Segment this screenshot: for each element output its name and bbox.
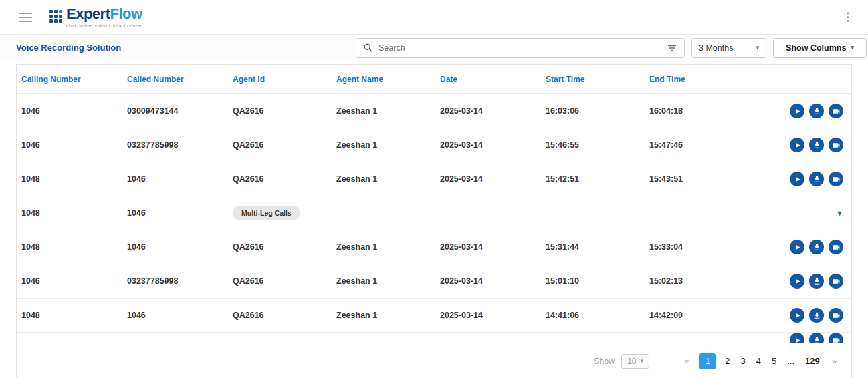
table-row[interactable]: 1048 1046 QA2616 Zeeshan 1 2025-03-14 14… <box>17 299 851 333</box>
table-row[interactable]: ▼ <box>17 333 851 343</box>
cell-date: 2025-03-14 <box>435 106 541 116</box>
cell-actions: ▼ <box>772 264 851 298</box>
video-button[interactable] <box>829 138 843 152</box>
table-row[interactable]: 1046 03009473144 QA2616 Zeeshan 1 2025-0… <box>17 94 851 128</box>
pagination-prev[interactable]: « <box>684 356 689 366</box>
play-button[interactable] <box>790 138 804 152</box>
download-button[interactable] <box>809 308 824 323</box>
col-called-number: Called Number <box>122 75 228 84</box>
show-columns-label: Show Columns <box>786 43 846 53</box>
play-icon <box>793 243 802 252</box>
download-icon <box>812 141 821 150</box>
download-button[interactable] <box>809 138 824 152</box>
play-button[interactable] <box>790 333 804 343</box>
cell-agent-id: QA2616 <box>228 106 332 116</box>
cell-end-time: 14:42:00 <box>645 311 772 320</box>
agent-id-text: QA2616 <box>233 242 264 252</box>
pagination-page[interactable]: 5 <box>772 356 776 366</box>
recordings-table: Calling Number Called Number Agent Id Ag… <box>16 64 852 378</box>
pagination-next[interactable]: » <box>832 356 837 366</box>
logo-text: ExpertFlow <box>66 7 142 21</box>
period-dropdown-value: 3 Months <box>699 43 733 53</box>
table-row[interactable]: 1048 1046 QA2616 Zeeshan 1 2025-03-14 15… <box>17 230 851 264</box>
cell-start-time: 15:01:10 <box>541 276 645 286</box>
table-row[interactable]: 1046 03237785998 QA2616 Zeeshan 1 2025-0… <box>17 264 851 299</box>
play-button[interactable] <box>790 172 804 186</box>
period-dropdown[interactable]: 3 Months ▾ <box>691 38 766 58</box>
page-size-select[interactable]: 10 ▾ <box>621 354 649 369</box>
video-button[interactable] <box>829 333 843 343</box>
download-button[interactable] <box>809 274 824 289</box>
play-button[interactable] <box>790 274 804 289</box>
col-calling-number: Calling Number <box>17 75 122 84</box>
hamburger-menu-icon[interactable] <box>19 13 32 22</box>
pagination-page[interactable]: 2 <box>725 356 730 366</box>
video-button[interactable] <box>829 104 843 118</box>
cell-calling-number: 1048 <box>17 208 122 218</box>
pagination-page[interactable]: 129 <box>805 356 820 366</box>
col-agent-name: Agent Name <box>332 75 435 84</box>
video-button[interactable] <box>829 240 843 254</box>
row-actions <box>790 172 843 186</box>
toolbar: Voice Recording Solution 3 Months ▾ Show… <box>0 35 868 61</box>
cell-date: 2025-03-14 <box>435 174 541 184</box>
expand-chevron-icon[interactable]: ▼ <box>836 210 843 217</box>
play-icon <box>793 277 802 286</box>
video-icon <box>832 311 841 320</box>
pagination-page[interactable]: 3 <box>741 356 746 366</box>
video-icon <box>832 277 841 286</box>
cell-actions: ▼ <box>772 333 851 343</box>
search-box[interactable] <box>356 38 685 58</box>
play-button[interactable] <box>790 240 804 254</box>
row-actions <box>790 308 843 323</box>
table-row[interactable]: 1046 03237785998 QA2616 Zeeshan 1 2025-0… <box>17 128 851 162</box>
pagination-page[interactable]: 1 <box>699 353 716 369</box>
top-bar: ExpertFlow chat, voice, video contact ce… <box>0 0 868 35</box>
search-input[interactable] <box>378 43 661 53</box>
play-button[interactable] <box>790 308 804 323</box>
cell-called-number: 1046 <box>122 208 228 218</box>
table-row[interactable]: 1048 1046 Multi-Leg Calls <box>17 196 851 230</box>
chevron-down-icon: ▾ <box>756 45 759 51</box>
download-icon <box>812 311 821 320</box>
page-size-value: 10 <box>627 357 636 366</box>
agent-id-text: QA2616 <box>233 276 264 286</box>
col-start-time: Start Time <box>541 75 645 84</box>
table-row[interactable]: 1048 1046 QA2616 Zeeshan 1 2025-03-14 15… <box>17 162 851 196</box>
filter-icon[interactable] <box>667 43 677 53</box>
download-button[interactable] <box>809 333 824 343</box>
cell-actions: ▼ <box>772 94 851 128</box>
cell-agent-name: Zeeshan 1 <box>332 174 435 184</box>
expertflow-logo: ExpertFlow chat, voice, video contact ce… <box>49 7 142 28</box>
video-button[interactable] <box>829 308 843 323</box>
cell-called-number: 03237785998 <box>122 140 228 150</box>
col-agent-id: Agent Id <box>228 75 332 84</box>
cell-end-time: 15:02:13 <box>645 276 772 286</box>
cell-start-time: 14:41:06 <box>541 311 645 320</box>
video-button[interactable] <box>829 172 843 186</box>
cell-start-time: 15:31:44 <box>541 242 645 252</box>
download-button[interactable] <box>809 104 824 118</box>
cell-actions: ▼ <box>772 299 851 332</box>
play-button[interactable] <box>790 104 804 118</box>
row-actions <box>790 104 843 118</box>
show-columns-button[interactable]: Show Columns ▾ <box>773 38 867 58</box>
download-button[interactable] <box>809 240 824 254</box>
cell-actions: ▼ <box>772 162 851 196</box>
cell-date: 2025-03-14 <box>435 140 541 150</box>
cell-start-time: 16:03:06 <box>541 106 645 116</box>
video-button[interactable] <box>829 274 843 289</box>
cell-start-time: 15:42:51 <box>541 174 645 184</box>
row-actions <box>790 138 843 152</box>
cell-end-time: 16:04:18 <box>645 106 772 116</box>
video-icon <box>832 336 841 343</box>
video-icon <box>832 141 841 150</box>
play-icon <box>793 175 802 184</box>
page-title: Voice Recording Solution <box>16 43 121 53</box>
pagination-page[interactable]: 4 <box>756 356 761 366</box>
download-button[interactable] <box>809 172 824 186</box>
search-icon <box>363 43 373 53</box>
cell-actions: ▼ <box>772 196 851 230</box>
download-icon <box>812 107 821 116</box>
kebab-menu-icon[interactable]: ⋮ <box>837 11 859 23</box>
